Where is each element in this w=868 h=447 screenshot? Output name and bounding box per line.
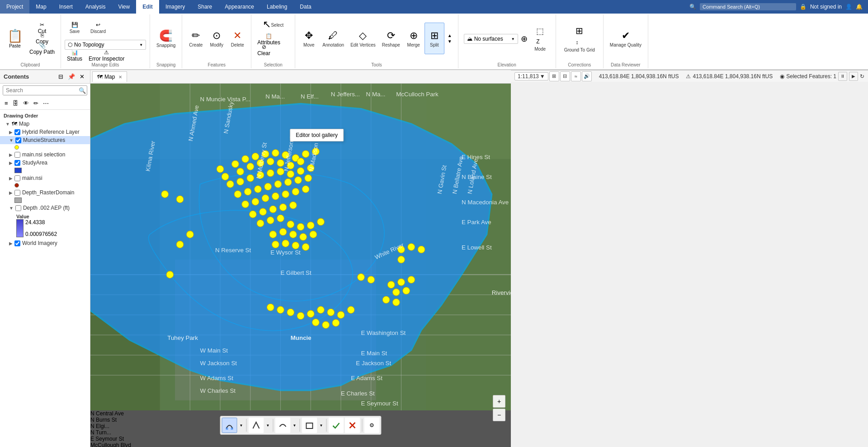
visibility-icon[interactable]: 👁 bbox=[21, 99, 31, 108]
move-button[interactable]: ✥ Move bbox=[299, 23, 319, 54]
play-button[interactable]: ▶ bbox=[849, 72, 858, 81]
snapping-button[interactable]: 🧲 Snapping bbox=[154, 23, 178, 54]
zoom-in-button[interactable]: + bbox=[493, 395, 505, 408]
layer-item-nsi-sel[interactable]: ▶ main.nsi selection bbox=[0, 151, 90, 159]
line-tool-dropdown-arrow[interactable]: ▼ bbox=[265, 418, 271, 433]
depth-aep-expand[interactable]: ▼ bbox=[9, 206, 14, 211]
search-submit-icon[interactable]: 🔍 bbox=[76, 86, 88, 95]
elevation-set-button[interactable]: ⊕ bbox=[519, 32, 529, 46]
muncie-expand-icon[interactable]: ▼ bbox=[9, 138, 14, 143]
hybrid-expand-icon[interactable]: ▶ bbox=[9, 130, 13, 135]
scale-nav-audio-icon[interactable]: 🔊 bbox=[582, 71, 592, 81]
tab-share[interactable]: Share bbox=[191, 0, 218, 14]
more-options-icon[interactable]: ⋯ bbox=[41, 99, 51, 108]
cancel-tool-button[interactable] bbox=[345, 418, 360, 433]
edit-vertices-button[interactable]: ◇ Edit Vertices bbox=[348, 23, 378, 54]
create-button[interactable]: ✏ Create bbox=[186, 23, 206, 54]
depth-raster-expand[interactable]: ▶ bbox=[9, 190, 13, 195]
nsi-expand[interactable]: ▶ bbox=[9, 176, 13, 181]
map-tab-close-icon[interactable]: ✕ bbox=[118, 75, 122, 80]
study-checkbox[interactable] bbox=[14, 160, 20, 166]
layer-item-hybrid[interactable]: ▶ Hybrid Reference Layer bbox=[0, 128, 90, 136]
status-button[interactable]: 📊 Status bbox=[65, 51, 85, 61]
scale-nav-frame-icon[interactable]: ⊟ bbox=[560, 71, 570, 81]
hybrid-checkbox[interactable] bbox=[14, 129, 20, 135]
copy-path-button[interactable]: 📎 Copy Path bbox=[27, 44, 57, 54]
tab-project[interactable]: Project bbox=[0, 0, 29, 14]
ground-to-grid-button[interactable]: ⊞↕ Ground To Grid bbox=[561, 23, 598, 55]
map-expand-icon[interactable]: ▼ bbox=[5, 122, 10, 127]
mode-button[interactable]: ⬚Z Mode bbox=[530, 28, 550, 50]
database-icon[interactable]: 🗄 bbox=[11, 99, 20, 108]
filter-icon[interactable]: ⊟ bbox=[57, 72, 65, 81]
discard-button[interactable]: ↩ Discard bbox=[86, 16, 110, 39]
reshape-button[interactable]: ⟳ Reshape bbox=[379, 23, 403, 54]
nsi-sel-checkbox[interactable] bbox=[14, 152, 20, 158]
polygon-tool-dropdown-arrow[interactable]: ▼ bbox=[318, 418, 325, 433]
polygon-tool-button[interactable] bbox=[302, 418, 317, 433]
world-imagery-checkbox[interactable] bbox=[14, 240, 20, 246]
command-search-input[interactable]: Command Search (Alt+Q) bbox=[700, 3, 796, 10]
pause-button[interactable]: ⏸ bbox=[838, 72, 847, 81]
tab-edit[interactable]: Edit bbox=[136, 0, 159, 14]
tab-imagery[interactable]: Imagery bbox=[159, 0, 191, 14]
tab-appearance[interactable]: Appearance bbox=[218, 0, 260, 14]
search-input[interactable] bbox=[3, 86, 76, 95]
modify-button[interactable]: ⊙ Modify bbox=[207, 23, 226, 54]
select-button[interactable]: ↖ Select bbox=[255, 16, 291, 33]
merge-button[interactable]: ⊕ Merge bbox=[404, 23, 424, 54]
curve-tool-dropdown-arrow[interactable]: ▼ bbox=[238, 418, 245, 433]
scale-dropdown[interactable]: 1:11,813 ▼ bbox=[514, 72, 548, 80]
curve-tool-button[interactable] bbox=[222, 418, 237, 433]
nsi-sel-expand[interactable]: ▶ bbox=[9, 152, 13, 157]
cut-button[interactable]: ✂ Cut bbox=[27, 23, 57, 33]
arc-tool-button[interactable] bbox=[275, 418, 291, 433]
layer-item-depth-raster[interactable]: ▶ Depth_RasterDomain bbox=[0, 188, 90, 197]
delete-button[interactable]: ✕ Delete bbox=[227, 23, 247, 54]
list-view-icon[interactable]: ≡ bbox=[3, 99, 10, 108]
paste-button[interactable]: 📋 Paste bbox=[4, 23, 26, 54]
manage-quality-button[interactable]: ✔ Manage Quality bbox=[607, 23, 644, 54]
tab-view[interactable]: View bbox=[112, 0, 136, 14]
tab-insert[interactable]: Insert bbox=[53, 0, 79, 14]
annotation-button[interactable]: 🖊 Annotation bbox=[320, 23, 347, 54]
layer-item-map[interactable]: ▼ 🗺 Map bbox=[0, 120, 90, 128]
tab-data[interactable]: Data bbox=[293, 0, 317, 14]
user-icon[interactable]: 👤 bbox=[845, 4, 852, 10]
map-tab[interactable]: 🗺 Map ✕ bbox=[92, 71, 127, 82]
study-expand[interactable]: ▶ bbox=[9, 160, 13, 165]
tab-map[interactable]: Map bbox=[29, 0, 52, 14]
layer-item-nsi[interactable]: ▶ main.nsi bbox=[0, 174, 90, 182]
scale-nav-grid-icon[interactable]: ⊞ bbox=[549, 71, 559, 81]
tab-labeling[interactable]: Labeling bbox=[260, 0, 293, 14]
surfaces-dropdown[interactable]: ⛰ No surfaces ▼ bbox=[464, 34, 518, 44]
layer-item-study[interactable]: ▶ StudyArea bbox=[0, 159, 90, 167]
check-tool-button[interactable] bbox=[329, 418, 344, 433]
split-button[interactable]: ⊞ Split bbox=[425, 23, 444, 54]
edit-mode-icon[interactable]: ✏ bbox=[32, 99, 40, 108]
settings-tool-button[interactable]: ⚙ bbox=[364, 418, 380, 433]
world-imagery-expand[interactable]: ▶ bbox=[9, 241, 13, 246]
pin-icon[interactable]: 📌 bbox=[66, 72, 77, 81]
depth-aep-checkbox[interactable] bbox=[15, 205, 21, 211]
tools-scroll-up[interactable]: ▲ bbox=[446, 33, 453, 38]
nsi-checkbox[interactable] bbox=[14, 175, 20, 181]
error-inspector-button[interactable]: ⚠ Error Inspector bbox=[86, 51, 127, 61]
tools-scroll-down[interactable]: ▼ bbox=[446, 38, 453, 44]
layer-item-muncie[interactable]: ▼ MuncieStructures bbox=[0, 136, 90, 144]
scale-nav-zoom-icon[interactable]: ≈ bbox=[571, 71, 581, 81]
close-panel-icon[interactable]: ✕ bbox=[78, 72, 86, 81]
tab-analysis[interactable]: Analysis bbox=[79, 0, 112, 14]
line-tool-button[interactable] bbox=[249, 418, 264, 433]
layer-item-depth-aep[interactable]: ▼ Depth .002 AEP (ft) bbox=[0, 204, 90, 212]
depth-raster-checkbox[interactable] bbox=[14, 190, 20, 196]
copy-button[interactable]: ⎘ Copy bbox=[27, 33, 57, 43]
layer-item-world-imagery[interactable]: ▶ World Imagery bbox=[0, 239, 90, 247]
notification-icon[interactable]: 🔔 bbox=[856, 4, 863, 10]
muncie-checkbox[interactable] bbox=[15, 137, 21, 143]
save-button[interactable]: 💾 Save bbox=[65, 16, 85, 39]
arc-tool-dropdown-arrow[interactable]: ▼ bbox=[292, 418, 298, 433]
clear-button[interactable]: ⊘ Clear bbox=[255, 45, 273, 55]
attributes-button[interactable]: 📋 Attributes bbox=[255, 34, 283, 44]
no-topology-dropdown[interactable]: ⬡ No Topology ▼ bbox=[65, 40, 146, 50]
